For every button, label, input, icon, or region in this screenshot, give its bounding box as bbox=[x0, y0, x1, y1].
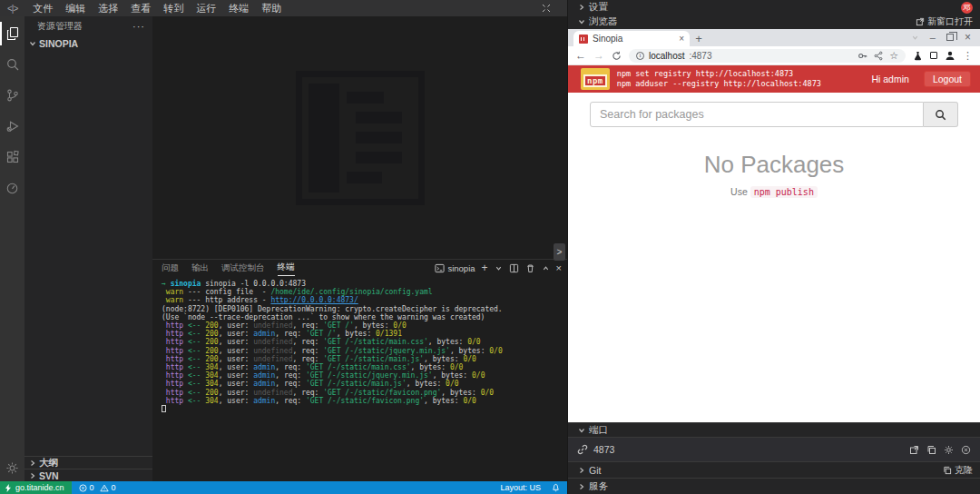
problems-status[interactable]: 0 0 bbox=[79, 483, 116, 492]
search-input[interactable] bbox=[590, 102, 924, 127]
chevron-right-icon bbox=[577, 3, 586, 12]
tab-close-icon[interactable]: × bbox=[679, 34, 684, 44]
menubar-items: 文件编辑选择查看转到运行终端帮助 bbox=[26, 2, 288, 15]
star-icon[interactable]: ☆ bbox=[889, 50, 898, 62]
menu-item[interactable]: 转到 bbox=[157, 2, 190, 15]
close-icon[interactable]: × bbox=[965, 31, 971, 44]
search-icon bbox=[935, 109, 946, 121]
search-button[interactable] bbox=[924, 102, 958, 127]
browser-tabstrip: Sinopia × + – × bbox=[568, 29, 980, 46]
git-clone-button[interactable]: 克隆 bbox=[943, 464, 973, 477]
open-external-icon[interactable] bbox=[909, 445, 919, 455]
beaker-icon[interactable] bbox=[913, 51, 923, 61]
chevron-down-icon[interactable] bbox=[911, 34, 919, 42]
run-debug-icon[interactable] bbox=[0, 111, 24, 142]
error-icon bbox=[79, 484, 87, 492]
browser-section-header[interactable]: 浏览器 新窗口打开 bbox=[568, 15, 980, 29]
close-icon[interactable]: × bbox=[556, 262, 562, 273]
info-icon[interactable]: i bbox=[636, 52, 644, 60]
back-icon[interactable]: ← bbox=[575, 50, 586, 61]
menu-item[interactable]: 选择 bbox=[92, 2, 124, 15]
npm-publish-code: npm publish bbox=[750, 186, 818, 198]
open-new-window-button[interactable]: 新窗口打开 bbox=[916, 15, 973, 28]
files-icon[interactable] bbox=[0, 18, 24, 49]
chevron-down-icon[interactable] bbox=[495, 264, 503, 272]
app-logo-icon: <|> bbox=[7, 4, 17, 14]
terminal-tab[interactable]: 终端 bbox=[278, 260, 295, 276]
extension-square-icon[interactable] bbox=[930, 52, 937, 59]
clock-icon[interactable] bbox=[0, 173, 24, 203]
sidebar-section-SVN[interactable]: SVN bbox=[24, 469, 152, 481]
menubar: <|> 文件编辑选择查看转到运行终端帮助 bbox=[0, 0, 567, 16]
sidebar-section-大纲[interactable]: 大纲 bbox=[24, 456, 152, 469]
restore-icon[interactable] bbox=[946, 34, 954, 41]
extensions-icon[interactable] bbox=[0, 142, 24, 173]
menu-item[interactable]: 文件 bbox=[26, 2, 59, 15]
gear-icon[interactable] bbox=[0, 454, 24, 481]
right-panel: 设置 邓 浏览器 新窗口打开 Sinopia × bbox=[567, 0, 980, 494]
terminal-instance[interactable]: sinopia bbox=[435, 263, 475, 273]
source-control-icon[interactable] bbox=[0, 80, 24, 111]
registry-commands: npm set registry http://localhost:4873 n… bbox=[617, 69, 821, 89]
terminal-tab[interactable]: 调试控制台 bbox=[221, 260, 265, 276]
port-row-4873[interactable]: 4873 bbox=[568, 438, 980, 461]
settings-section-header[interactable]: 设置 邓 bbox=[568, 0, 980, 15]
share-icon[interactable] bbox=[874, 51, 883, 61]
user-avatar[interactable]: 邓 bbox=[961, 2, 973, 14]
terminal-tab[interactable]: 问题 bbox=[162, 260, 179, 276]
app-root: <|> 文件编辑选择查看转到运行终端帮助 bbox=[0, 0, 980, 494]
editor-area: > bbox=[152, 16, 567, 259]
ide-main: 资源管理器 ··· SINOPIA 大纲SVN bbox=[0, 16, 567, 481]
more-actions-icon[interactable]: ··· bbox=[132, 21, 145, 32]
terminal-tab[interactable]: 输出 bbox=[191, 260, 209, 276]
sidebar-title: 资源管理器 bbox=[37, 20, 83, 33]
menu-item[interactable]: 运行 bbox=[190, 2, 222, 15]
ports-section-header[interactable]: 端口 bbox=[568, 422, 980, 438]
kebab-menu-icon[interactable]: ⋮ bbox=[963, 50, 973, 62]
chevron-up-icon[interactable] bbox=[542, 264, 550, 272]
new-tab-button[interactable]: + bbox=[690, 31, 708, 46]
collapse-fullscreen-icon[interactable] bbox=[542, 4, 551, 13]
services-section-header[interactable]: 服务 bbox=[568, 478, 980, 494]
search-icon[interactable] bbox=[0, 49, 24, 80]
remote-indicator[interactable]: go.titanide.cn bbox=[0, 481, 72, 494]
key-icon[interactable] bbox=[858, 51, 867, 61]
profile-icon[interactable] bbox=[945, 50, 956, 61]
stop-circle-icon[interactable] bbox=[961, 445, 971, 455]
menu-item[interactable]: 查看 bbox=[124, 2, 157, 15]
panel-expand-button[interactable]: > bbox=[554, 243, 565, 261]
url-text: localhost bbox=[649, 51, 684, 61]
chevron-down-icon bbox=[28, 39, 37, 48]
port-number[interactable]: 4873 bbox=[593, 444, 614, 455]
trash-icon[interactable] bbox=[525, 263, 535, 273]
menu-item[interactable]: 编辑 bbox=[59, 2, 92, 15]
refresh-icon[interactable] bbox=[612, 51, 622, 61]
menu-item[interactable]: 终端 bbox=[222, 2, 255, 15]
menu-item[interactable]: 帮助 bbox=[255, 2, 288, 15]
copy-icon[interactable] bbox=[926, 445, 936, 455]
bell-icon[interactable] bbox=[552, 483, 560, 492]
new-terminal-plus-icon[interactable]: + bbox=[482, 262, 488, 274]
split-panel-icon[interactable] bbox=[509, 263, 519, 273]
chevron-right-icon bbox=[577, 466, 586, 475]
terminal-panel: 问题输出调试控制台终端 sinopia + bbox=[152, 259, 567, 481]
activity-bar bbox=[0, 16, 24, 481]
logout-button[interactable]: Logout bbox=[924, 71, 971, 87]
address-bar[interactable]: i localhost:4873 ☆ bbox=[629, 49, 906, 63]
minimize-icon[interactable]: – bbox=[930, 35, 936, 39]
status-bar: go.titanide.cn 0 0 Layout: US bbox=[0, 481, 567, 494]
explorer-sidebar: 资源管理器 ··· SINOPIA 大纲SVN bbox=[24, 16, 152, 481]
browser-tab[interactable]: Sinopia × bbox=[573, 31, 690, 46]
forward-icon[interactable]: → bbox=[593, 50, 604, 61]
chevron-right-icon bbox=[577, 482, 586, 491]
terminal-output[interactable]: → sinopia sinopia -l 0.0.0.0:4873 warn -… bbox=[152, 276, 567, 481]
embedded-browser: Sinopia × + – × ← → bbox=[568, 29, 980, 422]
chevron-down-icon bbox=[577, 426, 586, 435]
greeting-text: Hi admin bbox=[871, 74, 908, 84]
remote-icon bbox=[5, 484, 12, 492]
keyboard-layout-status[interactable]: Layout: US bbox=[500, 483, 541, 492]
folder-sinopia[interactable]: SINOPIA bbox=[24, 36, 152, 51]
editor-column: > 问题输出调试控制台终端 sinopia + bbox=[152, 16, 567, 481]
gear-icon[interactable] bbox=[944, 445, 954, 455]
git-section-header[interactable]: Git 克隆 bbox=[568, 461, 980, 478]
